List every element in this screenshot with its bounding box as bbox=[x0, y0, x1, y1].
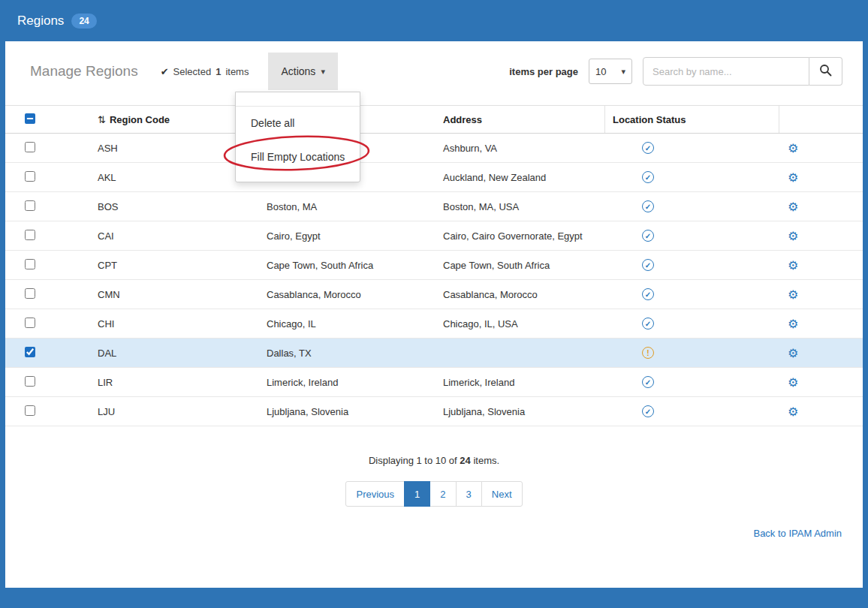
toolbar: Manage Regions ✔ Selected 1 items Action… bbox=[5, 53, 863, 90]
row-checkbox[interactable] bbox=[25, 347, 35, 357]
gear-icon[interactable]: ⚙ bbox=[788, 230, 798, 242]
manage-regions-heading: Manage Regions bbox=[30, 63, 138, 80]
row-select-cell bbox=[5, 142, 98, 155]
actions-dropdown-button[interactable]: Actions ▾ bbox=[268, 53, 337, 90]
row-actions-cell: ⚙ bbox=[779, 346, 863, 360]
table-row: CAI Cairo, Egypt Cairo, Cairo Governorat… bbox=[5, 221, 863, 251]
row-select-cell bbox=[5, 288, 98, 301]
actions-label: Actions bbox=[281, 65, 315, 77]
page-button-next[interactable]: Next bbox=[481, 481, 523, 507]
row-checkbox[interactable] bbox=[25, 171, 35, 182]
content-panel: Manage Regions ✔ Selected 1 items Action… bbox=[5, 41, 863, 588]
column-header-address: Address bbox=[443, 114, 604, 125]
region-name-cell: Boston, MA bbox=[267, 201, 443, 212]
row-checkbox[interactable] bbox=[25, 230, 35, 240]
region-code-cell: LJU bbox=[98, 406, 267, 417]
sort-icon[interactable]: ⇅ bbox=[98, 114, 106, 125]
menu-item-fill-empty-locations[interactable]: Fill Empty Locations bbox=[236, 140, 360, 174]
page-title: Regions bbox=[17, 14, 64, 29]
selected-suffix: items bbox=[225, 66, 249, 77]
status-ok-icon: ✓ bbox=[642, 142, 654, 154]
row-actions-cell: ⚙ bbox=[779, 375, 863, 390]
chevron-down-icon: ▾ bbox=[621, 67, 625, 77]
address-cell: Cape Town, South Africa bbox=[443, 260, 604, 271]
address-cell: Chicago, IL, USA bbox=[443, 318, 604, 330]
row-checkbox[interactable] bbox=[25, 142, 35, 152]
region-name-cell: Casablanca, Morocco bbox=[267, 289, 443, 300]
check-icon: ✔ bbox=[161, 66, 169, 77]
page-button-1[interactable]: 1 bbox=[404, 481, 430, 507]
table-row: BOS Boston, MA Boston, MA, USA ✓ ⚙ bbox=[5, 192, 863, 221]
row-checkbox[interactable] bbox=[25, 376, 35, 387]
gear-icon[interactable]: ⚙ bbox=[788, 288, 798, 301]
pagination: Previous123Next bbox=[5, 481, 863, 507]
items-per-page-select[interactable]: 10 ▾ bbox=[589, 59, 632, 84]
chevron-down-icon: ▾ bbox=[321, 67, 325, 77]
page-button-previous[interactable]: Previous bbox=[345, 481, 405, 507]
table-row: ASH Ashburn, VA Ashburn, VA ✓ ⚙ bbox=[5, 134, 863, 163]
items-per-page-label: items per page bbox=[509, 66, 578, 77]
search-icon bbox=[819, 64, 832, 79]
address-cell: Ashburn, VA bbox=[443, 143, 604, 154]
search-button[interactable] bbox=[809, 57, 842, 86]
status-cell: ! bbox=[604, 347, 779, 360]
menu-item-delete-all[interactable]: Delete all bbox=[236, 107, 360, 140]
region-code-cell: CHI bbox=[98, 318, 267, 330]
status-cell: ✓ bbox=[604, 288, 779, 301]
row-select-cell bbox=[5, 376, 98, 389]
displaying-summary: Displaying 1 to 10 of 24 items. bbox=[5, 455, 863, 466]
row-select-cell bbox=[5, 318, 98, 330]
region-code-cell: CPT bbox=[98, 260, 267, 271]
address-cell: Boston, MA, USA bbox=[443, 201, 604, 212]
row-select-cell bbox=[5, 347, 98, 360]
gear-icon[interactable]: ⚙ bbox=[788, 405, 798, 418]
address-cell: Auckland, New Zealand bbox=[443, 172, 604, 183]
row-checkbox[interactable] bbox=[25, 318, 35, 328]
row-checkbox[interactable] bbox=[25, 259, 35, 269]
region-code-cell: DAL bbox=[98, 348, 267, 359]
gear-icon[interactable]: ⚙ bbox=[788, 200, 798, 213]
selected-items-info: ✔ Selected 1 items bbox=[161, 66, 249, 77]
row-checkbox[interactable] bbox=[25, 405, 35, 416]
items-per-page-value: 10 bbox=[595, 66, 606, 77]
search-group bbox=[643, 57, 842, 86]
page-button-2[interactable]: 2 bbox=[429, 481, 456, 507]
status-warning-icon: ! bbox=[642, 347, 654, 359]
gear-icon[interactable]: ⚙ bbox=[788, 259, 798, 272]
status-ok-icon: ✓ bbox=[642, 200, 654, 212]
page-button-3[interactable]: 3 bbox=[456, 481, 482, 507]
address-cell: Ljubljana, Slovenia bbox=[443, 406, 604, 417]
status-ok-icon: ✓ bbox=[642, 376, 654, 388]
address-cell: Cairo, Cairo Governorate, Egypt bbox=[443, 230, 604, 242]
gear-icon[interactable]: ⚙ bbox=[788, 142, 798, 155]
region-name-cell: Chicago, IL bbox=[267, 318, 443, 330]
status-ok-icon: ✓ bbox=[642, 259, 654, 271]
status-cell: ✓ bbox=[604, 171, 779, 184]
address-cell: Limerick, Ireland bbox=[443, 377, 604, 388]
row-actions-cell: ⚙ bbox=[779, 287, 863, 302]
gear-icon[interactable]: ⚙ bbox=[788, 376, 798, 389]
row-actions-cell: ⚙ bbox=[779, 229, 863, 243]
gear-icon[interactable]: ⚙ bbox=[788, 347, 798, 360]
row-actions-cell: ⚙ bbox=[779, 200, 863, 214]
toolbar-right: items per page 10 ▾ bbox=[509, 57, 863, 86]
select-all-checkbox[interactable] bbox=[25, 113, 35, 124]
row-checkbox[interactable] bbox=[25, 288, 35, 299]
table-row: CPT Cape Town, South Africa Cape Town, S… bbox=[5, 251, 863, 280]
row-select-cell bbox=[5, 405, 98, 418]
gear-icon[interactable]: ⚙ bbox=[788, 318, 798, 330]
status-cell: ✓ bbox=[604, 230, 779, 242]
status-cell: ✓ bbox=[604, 405, 779, 418]
address-cell: Casablanca, Morocco bbox=[443, 289, 604, 300]
row-actions-cell: ⚙ bbox=[779, 317, 863, 331]
status-cell: ✓ bbox=[604, 318, 779, 330]
column-header-location-status: Location Status bbox=[604, 106, 779, 133]
status-ok-icon: ✓ bbox=[642, 171, 654, 183]
back-to-ipam-admin-link[interactable]: Back to IPAM Admin bbox=[753, 528, 842, 539]
row-select-cell bbox=[5, 171, 98, 184]
gear-icon[interactable]: ⚙ bbox=[788, 171, 798, 184]
table-row: AKL Auckland, NZ Auckland, New Zealand ✓… bbox=[5, 163, 863, 192]
search-input[interactable] bbox=[643, 57, 809, 86]
row-checkbox[interactable] bbox=[25, 200, 35, 211]
status-ok-icon: ✓ bbox=[642, 288, 654, 300]
